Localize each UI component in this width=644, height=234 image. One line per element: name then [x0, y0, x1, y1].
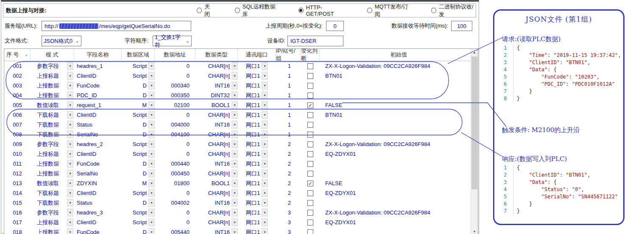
type-dropdown-icon[interactable]: ▾	[231, 218, 238, 226]
type-dropdown-icon[interactable]: ▾	[231, 130, 238, 138]
column-header-1[interactable]: 模 式	[31, 49, 74, 61]
change-checkbox[interactable]	[307, 200, 313, 206]
mode-dropdown-icon[interactable]: ▾	[67, 228, 73, 234]
receive-wait-input[interactable]: 100	[451, 21, 472, 31]
column-header-0[interactable]: 序 号▲	[4, 49, 31, 61]
area-dropdown-icon[interactable]: ▾	[148, 140, 155, 148]
radio-icon[interactable]	[197, 8, 202, 13]
column-header-2[interactable]: 字段名称	[74, 49, 122, 61]
change-checkbox[interactable]	[307, 83, 313, 89]
change-checkbox-checked[interactable]: ✓	[307, 102, 313, 108]
table-row[interactable]: 014下载标题▾ClientIDScript▾0CHAR[n]▾网口1▾2EQ-…	[4, 188, 478, 198]
table-row[interactable]: 007下载数据▾StatusD▾004000INT16▾网口1▾1	[4, 120, 478, 130]
column-header-4[interactable]: 数据地址	[155, 49, 195, 61]
change-checkbox[interactable]	[307, 112, 313, 118]
type-dropdown-icon[interactable]: ▾	[231, 199, 238, 207]
change-checkbox[interactable]	[307, 141, 313, 147]
change-checkbox-checked[interactable]: ✓	[307, 180, 313, 186]
area-dropdown-icon[interactable]: ▾	[148, 199, 155, 207]
change-checkbox[interactable]	[307, 229, 313, 234]
mode-dropdown-icon[interactable]: ▾	[67, 218, 73, 226]
port-dropdown-icon[interactable]: ▾	[262, 189, 268, 197]
area-dropdown-icon[interactable]: ▾	[148, 111, 155, 119]
report-period-input[interactable]: 0	[326, 21, 344, 31]
column-header-6[interactable]: 通讯端口	[238, 49, 276, 61]
mode-dropdown-icon[interactable]: ▾	[67, 160, 73, 168]
port-dropdown-icon[interactable]: ▾	[262, 169, 268, 178]
type-dropdown-icon[interactable]: ▾	[231, 189, 238, 197]
column-header-9[interactable]: 初始值	[320, 49, 478, 61]
port-dropdown-icon[interactable]: ▾	[262, 130, 268, 138]
change-checkbox[interactable]	[307, 93, 313, 99]
radio-icon[interactable]	[431, 8, 436, 13]
type-dropdown-icon[interactable]: ▾	[231, 111, 238, 119]
type-dropdown-icon[interactable]: ▾	[231, 179, 238, 187]
type-dropdown-icon[interactable]: ▾	[231, 140, 238, 148]
area-dropdown-icon[interactable]: ▾	[148, 169, 155, 178]
port-dropdown-icon[interactable]: ▾	[262, 150, 268, 158]
char-order-select[interactable]: 1_交换1字符 ⌄	[153, 36, 192, 46]
type-dropdown-icon[interactable]: ▾	[231, 72, 238, 80]
vertical-scrollbar[interactable]: ▲ ▼	[471, 49, 478, 234]
mode-dropdown-icon[interactable]: ▾	[67, 140, 73, 148]
type-dropdown-icon[interactable]: ▾	[231, 228, 238, 234]
radio-option-1[interactable]: SQL远程数据库	[235, 3, 278, 18]
type-dropdown-icon[interactable]: ▾	[231, 91, 238, 99]
area-dropdown-icon[interactable]: ▾	[148, 189, 155, 197]
type-dropdown-icon[interactable]: ▾	[231, 121, 238, 129]
radio-icon[interactable]	[367, 8, 372, 13]
mode-dropdown-icon[interactable]: ▾	[67, 82, 73, 90]
type-dropdown-icon[interactable]: ▾	[231, 209, 238, 217]
port-dropdown-icon[interactable]: ▾	[262, 101, 268, 109]
mode-dropdown-icon[interactable]: ▾	[67, 150, 73, 158]
mode-dropdown-icon[interactable]: ▾	[67, 111, 73, 119]
area-dropdown-icon[interactable]: ▾	[148, 82, 155, 90]
file-format-select[interactable]: JSON格式0 ⌄	[42, 36, 81, 46]
table-row[interactable]: 003上报数据▾FunCodeD▾000340INT16▾网口1▾1	[4, 81, 478, 90]
port-dropdown-icon[interactable]: ▾	[262, 62, 268, 70]
mode-dropdown-icon[interactable]: ▾	[67, 72, 73, 80]
table-row[interactable]: 006下载标题▾ClientIDScript▾0CHAR[n]▾网口1▾1BTN…	[4, 110, 478, 120]
mode-dropdown-icon[interactable]: ▾	[67, 91, 73, 99]
change-checkbox[interactable]	[307, 210, 313, 216]
change-checkbox[interactable]	[307, 220, 313, 226]
port-dropdown-icon[interactable]: ▾	[262, 209, 268, 217]
type-dropdown-icon[interactable]: ▾	[231, 82, 238, 90]
radio-option-4[interactable]: 二进制协议收/发	[431, 3, 476, 18]
table-row[interactable]: 004上报数据▾PDC_IDD▾000350DINT32▾网口1▾1	[4, 90, 478, 100]
mode-dropdown-icon[interactable]: ▾	[67, 62, 73, 70]
change-checkbox[interactable]	[307, 190, 313, 196]
area-dropdown-icon[interactable]: ▾	[148, 150, 155, 158]
radio-icon[interactable]	[235, 8, 240, 13]
radio-selected-icon[interactable]	[298, 8, 304, 13]
port-dropdown-icon[interactable]: ▾	[262, 199, 268, 207]
change-checkbox[interactable]	[307, 161, 313, 167]
area-dropdown-icon[interactable]: ▾	[148, 91, 155, 99]
mode-dropdown-icon[interactable]: ▾	[67, 101, 73, 109]
type-dropdown-icon[interactable]: ▾	[231, 169, 238, 178]
radio-option-2[interactable]: HTTP-GET/POST	[298, 4, 347, 17]
area-dropdown-icon[interactable]: ▾	[148, 218, 155, 226]
server-url-input[interactable]: http:///mes/eqp/getQueSerialNo.do	[42, 21, 191, 31]
table-row[interactable]: 018上报数据▾FunCodeD▾005440INT16▾网口1▾3	[4, 227, 478, 234]
table-row[interactable]: 009参数字段▾headres_2Script▾0CHAR[n]▾网口1▾2ZX…	[4, 139, 478, 149]
column-header-3[interactable]: 数据区域	[122, 49, 155, 61]
area-dropdown-icon[interactable]: ▾	[148, 121, 155, 129]
column-header-8[interactable]: 变化判断	[301, 49, 320, 61]
device-id-input[interactable]: IGT-DSER	[287, 36, 343, 46]
table-row[interactable]: 002上报标题▾ClientIDScript▾0CHAR[n]▾网口1▾1BTN…	[4, 71, 478, 81]
table-row[interactable]: 001参数字段▾headres_1Script▾0CHAR[n]▾网口1▾1ZX…	[4, 61, 478, 71]
port-dropdown-icon[interactable]: ▾	[262, 179, 268, 187]
type-dropdown-icon[interactable]: ▾	[231, 160, 238, 168]
change-checkbox[interactable]	[307, 73, 313, 79]
column-header-7[interactable]: IP/站号/组	[276, 49, 301, 61]
port-dropdown-icon[interactable]: ▾	[262, 72, 268, 80]
mode-dropdown-icon[interactable]: ▾	[67, 199, 73, 207]
port-dropdown-icon[interactable]: ▾	[262, 160, 268, 168]
table-row[interactable]: 016参数字段▾headres_3Script▾0CHAR[n]▾网口1▾3ZX…	[4, 208, 478, 217]
type-dropdown-icon[interactable]: ▾	[231, 150, 238, 158]
radio-option-0[interactable]: 关闭	[197, 3, 215, 18]
change-checkbox[interactable]	[307, 63, 313, 69]
table-row[interactable]: 010上报标题▾ClientIDScript▾0CHAR[n]▾网口1▾2EQ-…	[4, 149, 478, 159]
table-row[interactable]: 012上报数据▾SerialNoD▾000450CHAR[n]▾网口1▾2	[4, 169, 478, 178]
